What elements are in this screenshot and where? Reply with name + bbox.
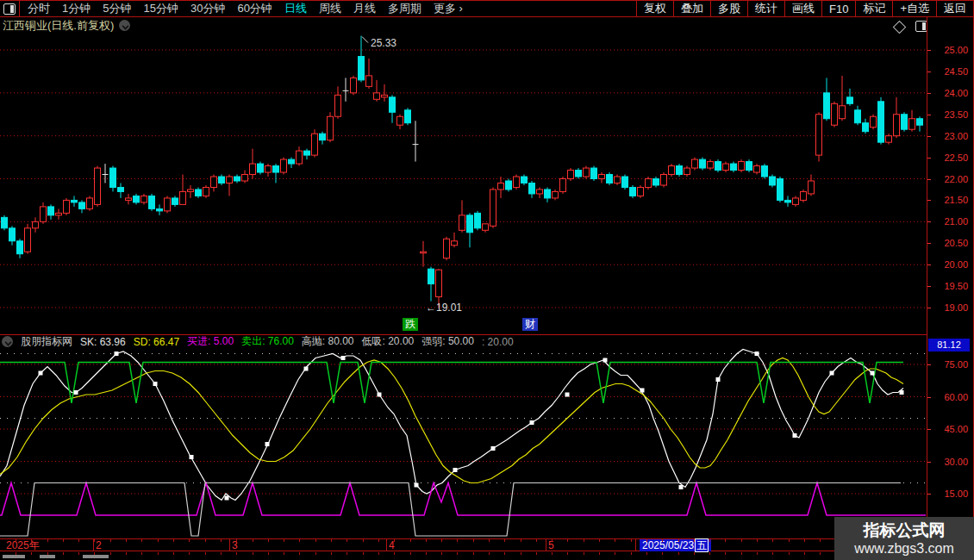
chevron-down-icon[interactable] <box>119 20 130 31</box>
svg-text:←19.01: ←19.01 <box>426 302 462 314</box>
minor-tick <box>299 552 300 555</box>
menu-多股[interactable]: 多股 <box>711 1 748 16</box>
indicator-param-0: 股朋指标网 <box>21 335 72 348</box>
minor-tick <box>441 552 442 555</box>
minor-tick <box>110 552 111 555</box>
diamond-icon[interactable] <box>893 20 907 34</box>
time-axis-label: 2 <box>96 540 102 551</box>
minor-tick <box>820 539 821 542</box>
minor-tick <box>599 539 600 542</box>
axis-label: 24.00 <box>944 89 968 98</box>
axis-tick <box>927 243 931 244</box>
period-tab-30分钟[interactable]: 30分钟 <box>190 1 225 16</box>
minor-tick <box>441 539 442 542</box>
watermark: 指标公式网 www.zbgs3.com <box>834 517 974 560</box>
period-tab-周线[interactable]: 周线 <box>319 1 341 16</box>
period-tab-15分钟[interactable]: 15分钟 <box>143 1 178 16</box>
minor-tick <box>315 552 316 555</box>
axis-label: 20.00 <box>944 260 968 270</box>
menu-标记[interactable]: 标记 <box>856 1 893 16</box>
minor-tick <box>615 552 615 555</box>
minor-tick <box>820 552 821 555</box>
watermark-url: www.zbgs3.com <box>854 540 954 557</box>
minor-tick <box>141 539 142 542</box>
current-date-label: 2025/05/23五 <box>640 539 711 551</box>
split-window-icon <box>3 3 16 15</box>
period-tab-分时[interactable]: 分时 <box>28 1 50 16</box>
axis-tick <box>927 462 931 463</box>
minor-tick <box>741 552 742 555</box>
minor-tick <box>189 552 190 555</box>
axis-label: 23.50 <box>944 110 968 120</box>
minor-tick <box>394 552 395 555</box>
period-tab-更多 ›[interactable]: 更多 › <box>434 1 463 16</box>
minor-tick <box>78 552 79 555</box>
minor-tick <box>347 539 347 542</box>
axis-tick <box>927 429 931 430</box>
minor-tick <box>599 552 600 555</box>
minor-tick <box>504 539 505 542</box>
minor-tick <box>804 552 805 555</box>
menu-复权[interactable]: 复权 <box>637 1 674 16</box>
minor-tick <box>567 539 568 542</box>
minor-tick <box>236 539 237 542</box>
minor-tick <box>158 539 159 542</box>
main-candlestick-chart[interactable]: 25.33←19.01 <box>0 33 926 334</box>
indicator-param-5: 高抛: 80.00 <box>302 335 354 348</box>
minor-tick <box>189 539 190 542</box>
menu-叠加[interactable]: 叠加 <box>674 1 711 16</box>
menu-F10[interactable]: F10 <box>822 1 856 16</box>
title-row: 江西铜业(日线.前复权) <box>0 18 926 33</box>
period-tab-多周期[interactable]: 多周期 <box>388 1 421 16</box>
minor-tick <box>489 552 490 555</box>
minor-tick <box>141 552 142 555</box>
date-text: 2025/05/23 <box>642 539 694 551</box>
axis-label: 24.50 <box>944 67 968 77</box>
minor-tick <box>678 552 679 555</box>
minor-tick <box>521 539 521 542</box>
axis-label: 25.00 <box>944 46 968 55</box>
axis-label: 75.00 <box>944 360 968 370</box>
axis-tick <box>927 264 931 265</box>
watermark-title: 指标公式网 <box>864 521 946 540</box>
period-tab-日线[interactable]: 日线 <box>284 1 307 16</box>
minor-tick <box>268 552 269 555</box>
indicator-param-1: SK: 63.96 <box>80 336 126 348</box>
minor-tick <box>205 552 206 555</box>
right-menu: 复权叠加多股统计画线F10标记+自选返回 <box>636 1 974 16</box>
period-tab-5分钟[interactable]: 5分钟 <box>103 1 131 16</box>
top-toolbar: 分时1分钟5分钟15分钟30分钟60分钟日线周线月线多周期更多 › 复权叠加多股… <box>0 0 974 17</box>
period-tab-月线[interactable]: 月线 <box>353 1 376 16</box>
minor-tick <box>394 539 395 542</box>
minor-tick <box>173 539 174 542</box>
minor-tick <box>110 539 111 542</box>
window-layout-button[interactable] <box>0 1 20 16</box>
period-tab-1分钟[interactable]: 1分钟 <box>62 1 91 16</box>
signal-badge-blue: 财 <box>522 318 538 331</box>
panel-layout-icon[interactable] <box>915 21 927 32</box>
indicator-header[interactable]: 股朋指标网SK: 63.96SD: 66.47买进: 5.00卖出: 76.00… <box>0 335 926 348</box>
minor-tick <box>63 552 64 555</box>
minor-tick <box>410 539 411 542</box>
axis-label: 60.00 <box>944 393 968 402</box>
indicator-chart[interactable] <box>0 348 926 538</box>
collapse-chevron-icon[interactable] <box>2 336 13 347</box>
minor-tick <box>268 539 269 542</box>
menu-返回[interactable]: 返回 <box>937 1 974 16</box>
minor-tick <box>126 539 127 542</box>
minor-tick <box>126 552 127 555</box>
minor-tick <box>536 552 537 555</box>
clipped-text-fragment <box>3 555 25 558</box>
price-axis-column: 81.12 25.0024.5024.0023.5023.0022.5022.0… <box>927 17 974 551</box>
axis-tick <box>927 308 931 308</box>
minor-tick <box>78 539 79 542</box>
indicator-param-7: 强弱: 50.00 <box>421 335 474 348</box>
minor-tick <box>789 552 790 555</box>
axis-label: 30.00 <box>944 457 968 467</box>
period-tab-60分钟[interactable]: 60分钟 <box>237 1 272 16</box>
menu-统计[interactable]: 统计 <box>748 1 785 16</box>
menu-+自选[interactable]: +自选 <box>893 1 937 16</box>
minor-tick <box>521 552 521 555</box>
indicator-current-value: 81.12 <box>928 339 970 352</box>
menu-画线[interactable]: 画线 <box>785 1 822 16</box>
